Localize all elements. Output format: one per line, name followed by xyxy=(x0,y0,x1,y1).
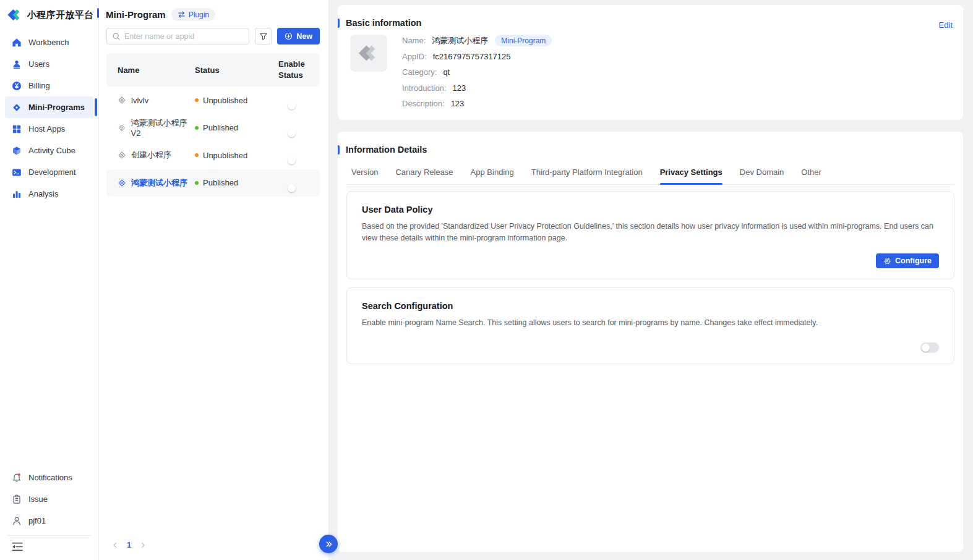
tab-version[interactable]: Version xyxy=(351,163,378,184)
sidebar-item-analysis[interactable]: Analysis xyxy=(5,183,93,205)
list-panel-header: Mini-Program Plugin xyxy=(99,0,328,26)
row-name: 鸿蒙测试小程序V2 xyxy=(131,117,195,138)
detail-tabs: Version Canary Release App Binding Third… xyxy=(346,163,954,185)
home-icon xyxy=(12,38,22,48)
users-icon xyxy=(12,59,22,69)
field-introduction: Introduction: 123 xyxy=(402,83,552,93)
sidebar: 小程序开放平台 Workbench Users Billing Mini-Pro… xyxy=(0,0,99,560)
clipboard-icon xyxy=(12,494,22,504)
sidebar-item-activity-cube[interactable]: Activity Cube xyxy=(5,140,93,161)
activity-cube-icon xyxy=(12,146,22,156)
app-avatar xyxy=(350,35,387,72)
sidebar-item-label: Issue xyxy=(28,494,48,504)
app-diamond-icon xyxy=(118,151,126,159)
app-diamond-icon xyxy=(118,179,126,187)
search-box xyxy=(106,28,249,45)
table-row[interactable]: lvlvlv Unpublished xyxy=(106,87,320,114)
status-text: Unpublished xyxy=(203,151,247,160)
tab-app-binding[interactable]: App Binding xyxy=(471,163,514,184)
sidebar-item-label: Billing xyxy=(28,81,50,90)
filter-icon xyxy=(259,32,268,41)
search-icon xyxy=(112,32,121,41)
column-name: Name xyxy=(118,66,195,75)
section-title: Information Details xyxy=(346,145,427,155)
table-row[interactable]: 鸿蒙测试小程序 Published xyxy=(106,169,320,197)
search-configuration-card: Search Configuration Enable mini-program… xyxy=(346,287,954,364)
sidebar-item-label: pjf01 xyxy=(28,516,46,525)
field-description: Description: 123 xyxy=(402,98,552,109)
sidebar-item-label: Host Apps xyxy=(28,124,65,134)
sidebar-item-workbench[interactable]: Workbench xyxy=(5,32,93,53)
previous-page-button[interactable] xyxy=(111,541,119,549)
information-details-card: Information Details Version Canary Relea… xyxy=(338,132,963,552)
user-data-policy-title: User Data Policy xyxy=(362,205,939,214)
sidebar-item-notifications[interactable]: Notifications xyxy=(5,467,93,488)
plugin-switch-badge[interactable]: Plugin xyxy=(171,8,215,21)
tab-canary-release[interactable]: Canary Release xyxy=(395,163,453,184)
row-name: 创建小程序 xyxy=(131,150,171,161)
sidebar-footer: Notifications Issue pjf01 xyxy=(0,467,98,560)
tab-privacy-settings[interactable]: Privacy Settings xyxy=(660,163,722,184)
status-dot xyxy=(195,126,199,130)
basic-info-fields: Name: 鸿蒙测试小程序 Mini-Program AppID: fc2167… xyxy=(402,35,552,114)
mini-program-table: Name Status Enable Status lvlvlv Unpubli… xyxy=(106,53,320,197)
status-text: Unpublished xyxy=(203,96,247,105)
section-accent-bar xyxy=(338,145,340,155)
development-icon xyxy=(12,168,22,177)
sidebar-item-label: Notifications xyxy=(28,473,72,482)
sidebar-item-development[interactable]: Development xyxy=(5,161,93,183)
tab-other[interactable]: Other xyxy=(801,163,821,184)
app-diamond-icon xyxy=(118,96,126,104)
expand-panel-button[interactable] xyxy=(319,535,338,553)
new-button[interactable]: New xyxy=(277,28,320,45)
row-name: 鸿蒙测试小程序 xyxy=(131,177,187,189)
sidebar-item-label: Analysis xyxy=(28,189,58,198)
current-page[interactable]: 1 xyxy=(127,540,131,549)
table-row[interactable]: 鸿蒙测试小程序V2 Published xyxy=(106,114,320,142)
sidebar-item-host-apps[interactable]: Host Apps xyxy=(5,118,93,140)
configure-button[interactable]: Configure xyxy=(876,253,939,268)
sidebar-item-label: Activity Cube xyxy=(28,146,75,155)
filter-button[interactable] xyxy=(255,28,272,45)
sidebar-item-account[interactable]: pjf01 xyxy=(5,510,93,532)
edit-link[interactable]: Edit xyxy=(939,20,953,30)
status-dot xyxy=(195,153,199,157)
field-name: Name: 鸿蒙测试小程序 Mini-Program xyxy=(402,35,552,46)
row-name: lvlvlv xyxy=(131,96,148,105)
tab-dev-domain[interactable]: Dev Domain xyxy=(740,163,784,184)
next-page-button[interactable] xyxy=(139,541,147,549)
app-diamond-icon xyxy=(118,124,126,132)
sidebar-item-users[interactable]: Users xyxy=(5,53,93,75)
collapse-sidebar-button[interactable] xyxy=(5,540,93,556)
double-chevron-right-icon xyxy=(324,540,333,549)
mini-program-list-panel: Mini-Program Plugin New Name Status Enab… xyxy=(99,0,328,560)
mini-program-type-badge: Mini-Program xyxy=(495,35,552,46)
chevron-left-icon xyxy=(111,541,119,549)
app-logo: 小程序开放平台 xyxy=(0,0,98,32)
swap-icon xyxy=(178,11,186,19)
host-apps-icon xyxy=(12,124,22,134)
search-configuration-title: Search Configuration xyxy=(362,301,939,311)
status-dot xyxy=(195,181,199,185)
sidebar-item-issue[interactable]: Issue xyxy=(5,488,93,510)
sidebar-divider xyxy=(6,535,92,536)
information-details-header: Information Details xyxy=(338,132,963,155)
user-data-policy-description: Based on the provided 'Standardized User… xyxy=(362,221,939,244)
app-logo-gray-icon xyxy=(358,42,380,64)
field-appid: AppID: fc2167975757317125 xyxy=(402,51,552,62)
name-search-toggle[interactable] xyxy=(920,342,939,353)
tab-third-party-platform-integration[interactable]: Third-party Platform Integration xyxy=(531,163,643,184)
sidebar-item-label: Development xyxy=(28,168,76,177)
analysis-icon xyxy=(12,189,22,199)
sidebar-item-billing[interactable]: Billing xyxy=(5,75,93,96)
billing-icon xyxy=(12,81,22,91)
user-data-policy-card: User Data Policy Based on the provided '… xyxy=(346,191,954,279)
table-row[interactable]: 创建小程序 Unpublished xyxy=(106,142,320,169)
pagination: 1 xyxy=(111,540,147,549)
search-input[interactable] xyxy=(124,32,244,41)
title-accent-bar xyxy=(97,8,99,18)
section-title: Basic information xyxy=(346,18,421,28)
sidebar-item-mini-programs[interactable]: Mini-Programs xyxy=(5,96,93,118)
user-icon xyxy=(12,516,22,526)
basic-information-card: Basic information Edit Name: 鸿蒙测试小程序 Min… xyxy=(338,5,963,120)
